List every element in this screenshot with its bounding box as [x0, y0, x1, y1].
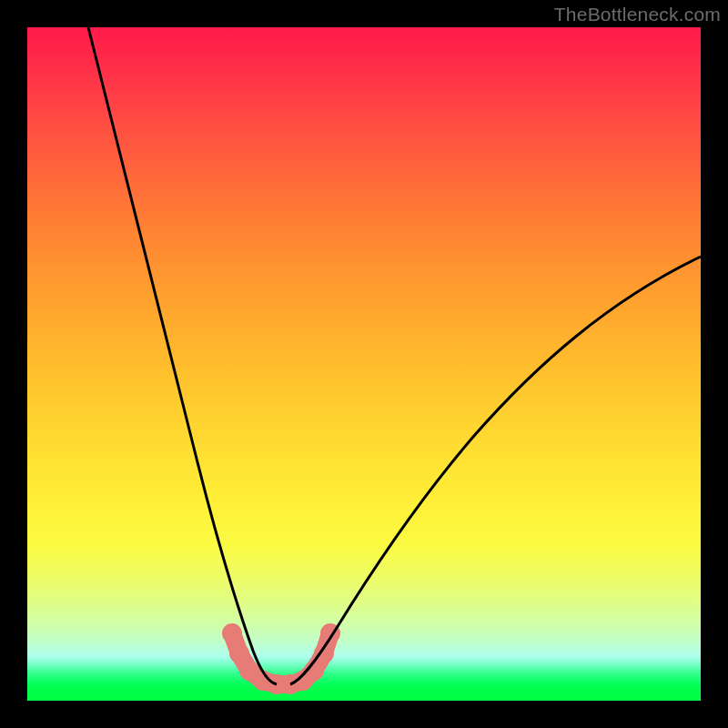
marker-dots	[222, 623, 340, 694]
chart-frame: TheBottleneck.com	[0, 0, 728, 728]
svg-point-0	[222, 623, 242, 643]
watermark-text: TheBottleneck.com	[554, 4, 721, 25]
v-curve-left	[88, 27, 277, 684]
svg-point-1	[229, 643, 249, 663]
chart-curves-svg	[27, 27, 701, 701]
v-curve-right	[290, 257, 701, 684]
